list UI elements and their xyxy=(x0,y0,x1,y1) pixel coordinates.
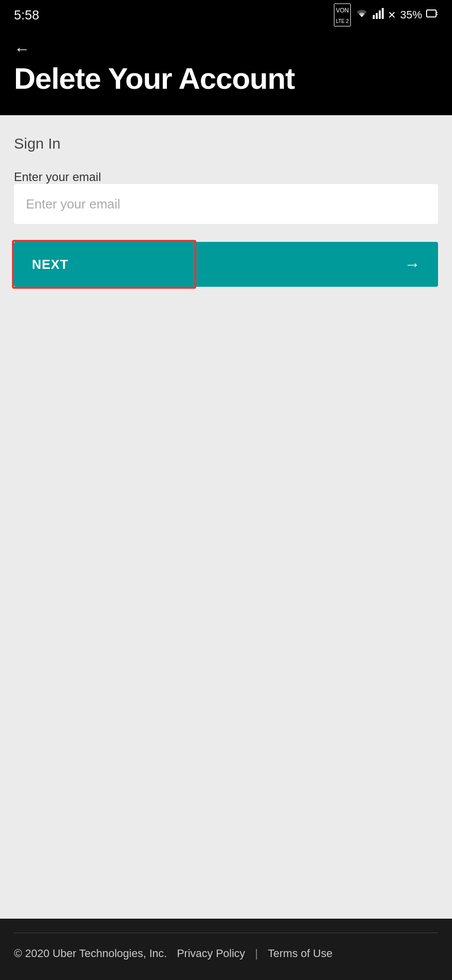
status-icons: VONLTE 2 ✕ 35% xyxy=(334,3,438,26)
next-label: NEXT xyxy=(32,257,68,272)
wifi-icon xyxy=(355,8,369,22)
sign-in-label: Sign In xyxy=(14,135,438,152)
svg-rect-2 xyxy=(379,10,381,19)
email-label: Enter your email xyxy=(14,170,101,184)
header: ← Delete Your Account xyxy=(0,30,452,115)
footer-separator: | xyxy=(255,947,258,960)
no-signal-icon: ✕ xyxy=(388,9,396,21)
battery-text: 35% xyxy=(400,8,422,21)
status-time: 5:58 xyxy=(14,7,39,23)
footer-divider xyxy=(14,933,438,933)
svg-rect-0 xyxy=(373,15,375,19)
svg-rect-4 xyxy=(427,10,436,17)
battery-icon xyxy=(426,8,438,22)
footer-copyright: © 2020 Uber Technologies, Inc. xyxy=(14,947,167,960)
email-input[interactable] xyxy=(14,184,438,224)
main-content: Sign In Enter your email NEXT → xyxy=(0,115,452,919)
signal-icon xyxy=(373,8,384,22)
sign-in-section: Sign In Enter your email NEXT → xyxy=(14,135,438,287)
svg-rect-3 xyxy=(382,8,384,19)
svg-rect-1 xyxy=(376,13,378,19)
footer: © 2020 Uber Technologies, Inc. Privacy P… xyxy=(0,919,452,980)
page-title: Delete Your Account xyxy=(14,62,438,95)
footer-links: © 2020 Uber Technologies, Inc. Privacy P… xyxy=(14,947,438,960)
status-bar: 5:58 VONLTE 2 ✕ 35% xyxy=(0,0,452,30)
lte-icon: VONLTE 2 xyxy=(334,3,351,26)
next-button[interactable]: NEXT → xyxy=(14,242,438,287)
back-button[interactable]: ← xyxy=(14,40,30,58)
next-arrow-icon: → xyxy=(404,255,420,274)
privacy-policy-link[interactable]: Privacy Policy xyxy=(177,947,245,960)
terms-of-use-link[interactable]: Terms of Use xyxy=(268,947,333,960)
